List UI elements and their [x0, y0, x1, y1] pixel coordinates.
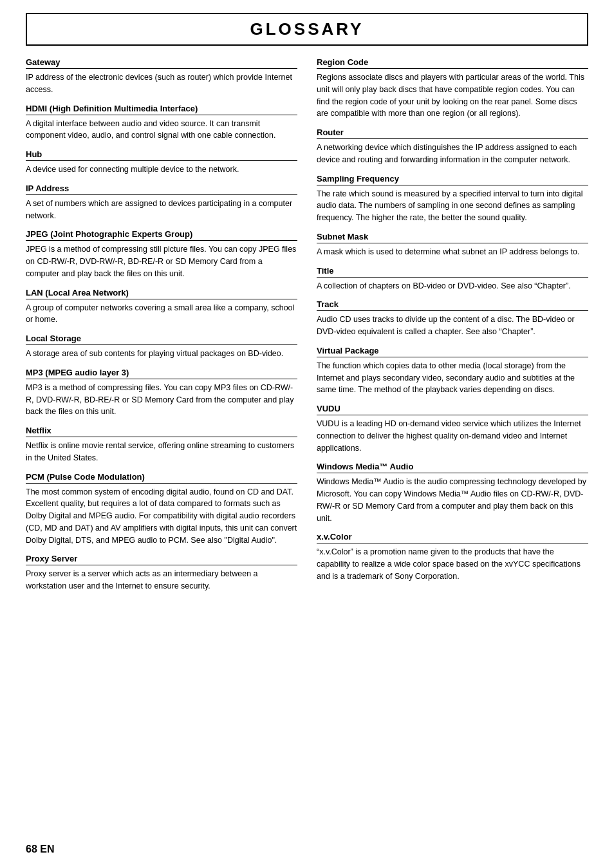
entry-definition-track: Audio CD uses tracks to divide up the co… [317, 314, 588, 338]
entry-router: RouterA networking device which distingu… [317, 127, 588, 166]
entry-local-storage: Local StorageA storage area of sub conte… [26, 334, 297, 360]
entry-term-subnet-mask: Subnet Mask [317, 232, 588, 243]
entry-hub: HubA device used for connecting multiple… [26, 149, 297, 176]
entry-sampling-frequency: Sampling FrequencyThe rate which sound i… [317, 174, 588, 224]
entry-track: TrackAudio CD uses tracks to divide up t… [317, 299, 588, 338]
entry-definition-netflix: Netflix is online movie rental service, … [26, 440, 297, 464]
entry-term-router: Router [317, 127, 588, 139]
entry-term-netflix: Netflix [26, 426, 297, 437]
entry-mp3: MP3 (MPEG audio layer 3)MP3 is a method … [26, 368, 297, 418]
entry-definition-proxy-server: Proxy server is a server which acts as a… [26, 568, 297, 592]
entry-lan: LAN (Local Area Network)A group of compu… [26, 288, 297, 326]
entry-virtual-package: Virtual PackageThe function which copies… [317, 346, 588, 396]
right-column: Region CodeRegions associate discs and p… [317, 57, 588, 600]
entry-term-ip-address: IP Address [26, 184, 297, 195]
entry-definition-sampling-frequency: The rate which sound is measured by a sp… [317, 188, 588, 224]
left-column: GatewayIP address of the electronic devi… [26, 57, 297, 600]
entry-definition-xvcolor: “x.v.Color” is a promotion name given to… [317, 546, 588, 582]
entry-subnet-mask: Subnet MaskA mask which is used to deter… [317, 232, 588, 258]
entry-xvcolor: x.v.Color“x.v.Color” is a promotion name… [317, 532, 588, 582]
page: GLOSSARY GatewayIP address of the electr… [0, 0, 614, 868]
entry-ip-address: IP AddressA set of numbers which are ass… [26, 184, 297, 222]
entry-term-mp3: MP3 (MPEG audio layer 3) [26, 368, 297, 379]
entry-term-hdmi: HDMI (High Definition Multimedia Interfa… [26, 104, 297, 115]
entry-windows-media-audio: Windows Media™ AudioWindows Media™ Audio… [317, 462, 588, 524]
entry-definition-virtual-package: The function which copies data to other … [317, 360, 588, 396]
entry-term-vudu: VUDU [317, 404, 588, 415]
entry-vudu: VUDUVUDU is a leading HD on-demand video… [317, 404, 588, 454]
entry-term-virtual-package: Virtual Package [317, 346, 588, 357]
entry-netflix: NetflixNetflix is online movie rental se… [26, 426, 297, 464]
entry-term-sampling-frequency: Sampling Frequency [317, 174, 588, 185]
entry-term-track: Track [317, 299, 588, 311]
entry-region-code: Region CodeRegions associate discs and p… [317, 57, 588, 120]
two-column-layout: GatewayIP address of the electronic devi… [26, 57, 588, 600]
entry-definition-hdmi: A digital interface between audio and vi… [26, 118, 297, 142]
entry-term-windows-media-audio: Windows Media™ Audio [317, 462, 588, 473]
entry-title: TitleA collection of chapters on BD-vide… [317, 266, 588, 292]
entry-definition-region-code: Regions associate discs and players with… [317, 71, 588, 120]
entry-term-proxy-server: Proxy Server [26, 554, 297, 565]
entry-jpeg: JPEG (Joint Photographic Experts Group)J… [26, 229, 297, 279]
entry-definition-pcm: The most common system of encoding digit… [26, 486, 297, 547]
entry-definition-local-storage: A storage area of sub contents for playi… [26, 348, 297, 360]
page-title: GLOSSARY [26, 13, 588, 46]
entry-definition-vudu: VUDU is a leading HD on-demand video ser… [317, 418, 588, 454]
entry-term-local-storage: Local Storage [26, 334, 297, 345]
page-footer: 68 EN [26, 844, 54, 855]
entry-term-jpeg: JPEG (Joint Photographic Experts Group) [26, 229, 297, 241]
entry-definition-subnet-mask: A mask which is used to determine what s… [317, 246, 588, 258]
entry-term-xvcolor: x.v.Color [317, 532, 588, 543]
entry-definition-jpeg: JPEG is a method of compressing still pi… [26, 243, 297, 279]
entry-hdmi: HDMI (High Definition Multimedia Interfa… [26, 104, 297, 142]
entry-definition-lan: A group of computer networks covering a … [26, 302, 297, 326]
entry-gateway: GatewayIP address of the electronic devi… [26, 57, 297, 96]
entry-definition-windows-media-audio: Windows Media™ Audio is the audio compre… [317, 476, 588, 524]
entry-pcm: PCM (Pulse Code Modulation)The most comm… [26, 472, 297, 547]
entry-definition-router: A networking device which distinguishes … [317, 142, 588, 166]
entry-term-gateway: Gateway [26, 57, 297, 69]
entry-term-title: Title [317, 266, 588, 278]
entry-term-region-code: Region Code [317, 57, 588, 69]
entry-definition-title: A collection of chapters on BD-video or … [317, 280, 588, 292]
entry-proxy-server: Proxy ServerProxy server is a server whi… [26, 554, 297, 592]
entry-definition-hub: A device used for connecting multiple de… [26, 164, 297, 176]
entry-term-pcm: PCM (Pulse Code Modulation) [26, 472, 297, 484]
entry-term-hub: Hub [26, 149, 297, 161]
entry-term-lan: LAN (Local Area Network) [26, 288, 297, 299]
entry-definition-mp3: MP3 is a method of compressing files. Yo… [26, 382, 297, 418]
entry-definition-gateway: IP address of the electronic devices (su… [26, 71, 297, 96]
entry-definition-ip-address: A set of numbers which are assigned to d… [26, 198, 297, 222]
